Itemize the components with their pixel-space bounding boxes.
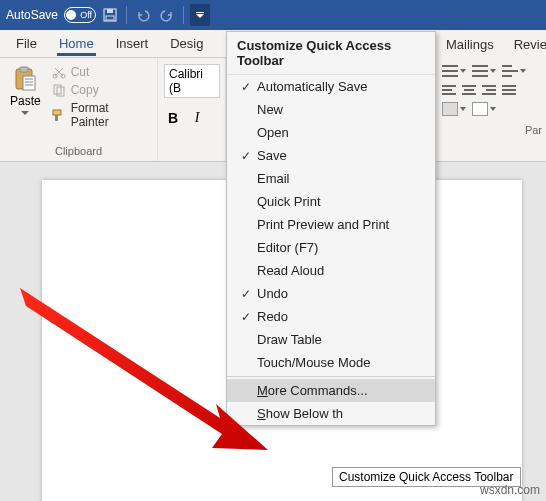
menu-item[interactable]: Quick Print — [227, 190, 435, 213]
save-icon[interactable] — [100, 5, 120, 25]
bullets-button[interactable] — [442, 64, 466, 78]
cut-icon — [51, 65, 67, 79]
menu-item-label: Print Preview and Print — [257, 217, 389, 232]
align-right-button[interactable] — [482, 84, 496, 96]
cut-button[interactable]: Cut — [49, 64, 151, 80]
chevron-down-icon — [460, 107, 466, 111]
chevron-down-icon — [460, 69, 466, 73]
numbering-icon — [472, 64, 488, 78]
menu-item-label: Draw Table — [257, 332, 322, 347]
title-bar: AutoSave Off — [0, 0, 546, 30]
bold-button[interactable]: B — [164, 110, 182, 128]
menu-title: Customize Quick Access Toolbar — [227, 32, 435, 75]
font-name-combobox[interactable]: Calibri (B — [164, 64, 220, 98]
menu-item-label: Quick Print — [257, 194, 321, 209]
menu-item[interactable]: Read Aloud — [227, 259, 435, 282]
shading-button[interactable] — [442, 102, 466, 116]
autosave-label: AutoSave — [6, 8, 58, 22]
qat-separator — [183, 6, 184, 24]
menu-item-label: Open — [257, 125, 289, 140]
align-justify-button[interactable] — [502, 84, 516, 96]
format-painter-icon — [51, 108, 67, 122]
paste-button[interactable]: Paste — [6, 60, 45, 115]
menu-item[interactable]: Editor (F7) — [227, 236, 435, 259]
align-left-button[interactable] — [442, 84, 456, 96]
menu-item[interactable]: ✓Automatically Save — [227, 75, 435, 98]
menu-separator — [227, 376, 435, 377]
menu-item-label: Touch/Mouse Mode — [257, 355, 370, 370]
menu-item[interactable]: Draw Table — [227, 328, 435, 351]
menu-item[interactable]: ✓Redo — [227, 305, 435, 328]
menu-item[interactable]: Open — [227, 121, 435, 144]
shading-icon — [442, 102, 458, 116]
svg-rect-5 — [23, 76, 35, 90]
align-center-button[interactable] — [462, 84, 476, 96]
qat-customize-button[interactable] — [190, 4, 210, 26]
group-label-clipboard: Clipboard — [6, 143, 151, 159]
menu-item[interactable]: New — [227, 98, 435, 121]
group-label-paragraph: Par — [436, 122, 546, 138]
svg-rect-14 — [55, 115, 58, 121]
menu-item-label: Editor (F7) — [257, 240, 318, 255]
menu-item-label: Redo — [257, 309, 288, 324]
menu-item-label: Read Aloud — [257, 263, 324, 278]
menu-item-more-commands[interactable]: More Commands... — [227, 379, 435, 402]
tab-file[interactable]: File — [6, 32, 47, 57]
svg-rect-4 — [20, 67, 28, 72]
menu-item-label: Save — [257, 148, 287, 163]
svg-rect-13 — [53, 110, 61, 115]
menu-item[interactable]: Touch/Mouse Mode — [227, 351, 435, 374]
multilevel-icon — [502, 64, 518, 78]
format-painter-button[interactable]: Format Painter — [49, 100, 151, 130]
svg-rect-1 — [107, 9, 113, 13]
autosave-toggle[interactable]: Off — [64, 7, 96, 23]
qat-customize-menu: Customize Quick Access Toolbar ✓Automati… — [226, 31, 436, 426]
paste-icon — [11, 64, 39, 92]
group-clipboard: Paste Cut Copy Format Painter Clipboard — [0, 58, 158, 161]
qat-separator — [126, 6, 127, 24]
group-paragraph — [436, 58, 546, 122]
chevron-down-icon — [21, 111, 29, 115]
tab-mailings[interactable]: Mailings — [436, 33, 504, 58]
chevron-down-icon — [520, 69, 526, 73]
menu-item[interactable]: Print Preview and Print — [227, 213, 435, 236]
check-icon: ✓ — [235, 80, 257, 94]
svg-rect-2 — [106, 16, 114, 20]
copy-icon — [51, 83, 67, 97]
paste-label: Paste — [10, 94, 41, 108]
autosave-state: Off — [80, 10, 92, 20]
check-icon: ✓ — [235, 287, 257, 301]
menu-item-label: New — [257, 102, 283, 117]
tab-review[interactable]: Review — [504, 33, 546, 58]
tab-design[interactable]: Desig — [160, 32, 213, 57]
menu-item-label: Undo — [257, 286, 288, 301]
watermark: wsxdn.com — [480, 483, 540, 497]
tab-insert[interactable]: Insert — [106, 32, 159, 57]
chevron-down-icon — [490, 107, 496, 111]
undo-icon[interactable] — [133, 5, 153, 25]
menu-item[interactable]: Email — [227, 167, 435, 190]
multilevel-button[interactable] — [502, 64, 526, 78]
chevron-down-icon — [490, 69, 496, 73]
check-icon: ✓ — [235, 310, 257, 324]
group-font: Calibri (B B I — [158, 58, 226, 161]
tab-home[interactable]: Home — [49, 32, 104, 57]
menu-item[interactable]: ✓Save — [227, 144, 435, 167]
borders-button[interactable] — [472, 102, 496, 116]
toggle-knob — [66, 10, 76, 20]
menu-item-label: Email — [257, 171, 290, 186]
italic-button[interactable]: I — [188, 110, 206, 128]
bullets-icon — [442, 64, 458, 78]
menu-item-show-below[interactable]: Show Below th — [227, 402, 435, 425]
menu-item-label: Automatically Save — [257, 79, 368, 94]
copy-button[interactable]: Copy — [49, 82, 151, 98]
numbering-button[interactable] — [472, 64, 496, 78]
menu-item[interactable]: ✓Undo — [227, 282, 435, 305]
check-icon: ✓ — [235, 149, 257, 163]
borders-icon — [472, 102, 488, 116]
redo-icon[interactable] — [157, 5, 177, 25]
